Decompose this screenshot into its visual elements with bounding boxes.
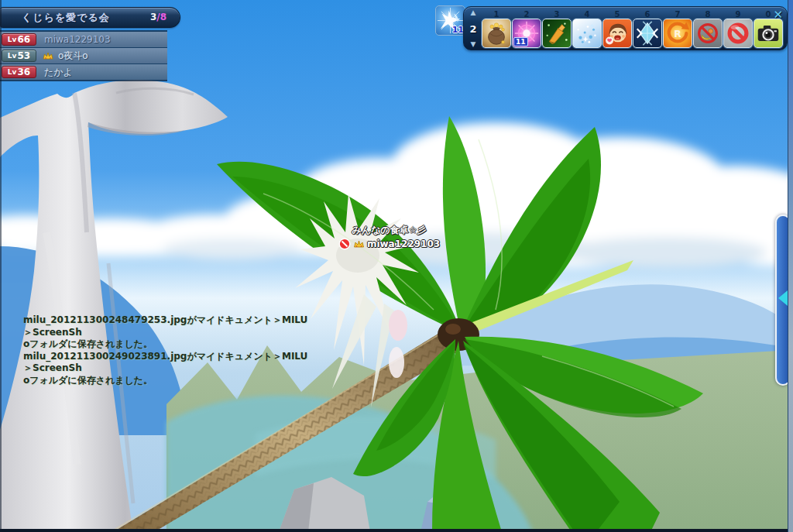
svg-text:R: R: [674, 29, 681, 39]
sparkle-buff-icon[interactable]: 11: [435, 5, 465, 36]
close-icon[interactable]: ✕: [773, 8, 783, 22]
hotbar-slot-8[interactable]: 8: [693, 10, 723, 48]
character-body: [389, 310, 407, 341]
system-message-line: milu_201211300249023891.jpgがマイドキュメント＞MIL…: [23, 351, 310, 375]
hotbar-slot-5[interactable]: 5: [602, 10, 632, 48]
hotbar-slot-9[interactable]: 9: [723, 10, 753, 48]
system-message-log: milu_201211300248479253.jpgがマイドキュメント＞MIL…: [23, 314, 310, 386]
window-bottom-edge: [0, 529, 788, 532]
crown-icon: [43, 51, 53, 60]
hotbar-slot-1[interactable]: 1: [482, 10, 511, 48]
buff-count: 11: [452, 25, 464, 35]
window-right-strip: [788, 0, 793, 532]
chevron-left-icon: [778, 290, 788, 306]
magic-starburst-icon: 11: [512, 19, 541, 48]
pointing-hand-icon: [542, 19, 572, 48]
crown-icon: [353, 239, 365, 249]
page-number: 2: [469, 23, 476, 35]
blue-sparkles-icon: [572, 19, 602, 48]
laughing-face-icon: [602, 19, 632, 48]
slot-count: 11: [513, 37, 528, 46]
party-member-row[interactable]: Lv53 o夜斗o: [0, 48, 167, 63]
level-badge: Lv53: [2, 50, 36, 62]
party-title: くじらを愛でる会: [0, 11, 110, 25]
hotbar-slot-3[interactable]: 3: [542, 10, 572, 48]
hotbar-slot-6[interactable]: 6: [633, 10, 662, 48]
page-down-icon[interactable]: ▼: [471, 41, 476, 48]
member-name: o夜斗o: [58, 50, 88, 63]
member-name: たかよ: [44, 66, 73, 79]
prohibited-icon: [723, 19, 753, 48]
system-message-line: oフォルダに保存されました。: [23, 375, 310, 387]
system-message-line: milu_201211300248479253.jpgがマイドキュメント＞MIL…: [23, 314, 310, 338]
ice-crystal-icon: [633, 19, 662, 48]
hotbar-pager: ▲ 2 ▼: [466, 9, 480, 48]
character-nameplate: みんなの食卓☆彡 miwa1229103: [325, 224, 453, 250]
member-name: miwa1229103: [44, 34, 111, 45]
no-food-icon: [693, 19, 723, 48]
party-member-list: Lv66 miwa1229103 Lv53 o夜斗o Lv36 たかよ: [0, 30, 167, 81]
hotbar-slot-4[interactable]: 4: [572, 10, 602, 48]
hotbar-slot-7[interactable]: 7 R: [663, 10, 692, 48]
hotbar-slot-2[interactable]: 2 11: [512, 10, 541, 48]
party-member-count: 3/8: [150, 12, 166, 22]
page-up-icon[interactable]: ▲: [471, 9, 476, 16]
no-entry-icon: [338, 238, 351, 250]
guild-title: みんなの食卓☆彡: [325, 224, 453, 237]
party-panel: くじらを愛でる会 3/8 Lv66 miwa1229103 Lv53 o夜斗o: [0, 7, 180, 81]
restart-r-icon: R: [663, 19, 692, 48]
character-name: miwa1229103: [367, 239, 440, 249]
level-badge: Lv36: [2, 66, 36, 78]
system-message-line: oフォルダに保存されました。: [23, 338, 310, 351]
camera-icon: [754, 19, 783, 48]
party-member-row[interactable]: Lv36 たかよ: [0, 64, 167, 80]
party-panel-header[interactable]: くじらを愛でる会 3/8: [0, 7, 180, 28]
money-pouch-icon: [482, 19, 511, 48]
window-left-edge: [0, 0, 2, 532]
game-window: くじらを愛でる会 3/8 Lv66 miwa1229103 Lv53 o夜斗o: [0, 0, 793, 532]
level-badge: Lv66: [2, 33, 36, 46]
party-member-row[interactable]: Lv66 miwa1229103: [0, 32, 167, 47]
hotbar: ▲ 2 ▼ 1 2: [463, 6, 788, 50]
